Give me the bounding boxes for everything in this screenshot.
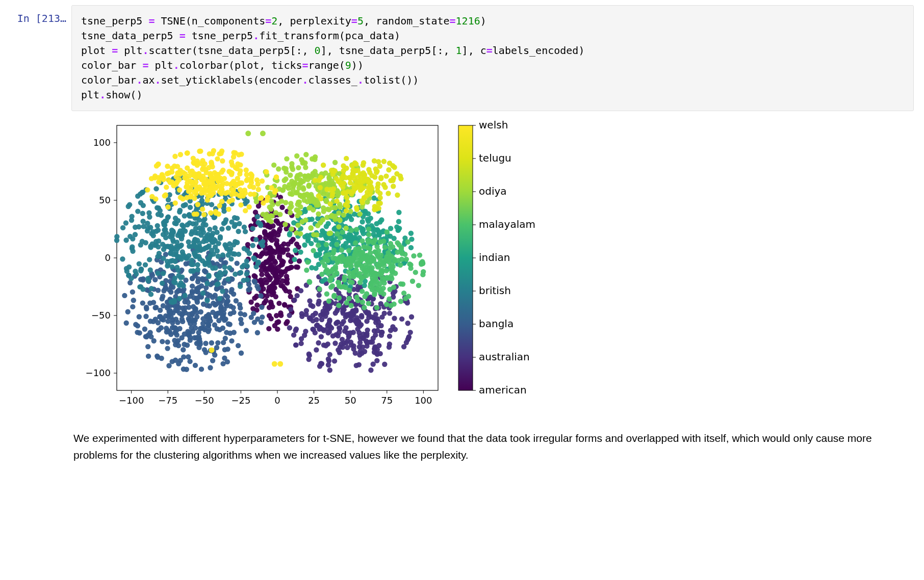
svg-point-1892 bbox=[382, 245, 388, 250]
svg-point-829 bbox=[147, 330, 152, 335]
svg-point-2183 bbox=[271, 163, 276, 168]
svg-point-2312 bbox=[378, 175, 383, 180]
svg-point-2352 bbox=[361, 160, 366, 165]
svg-point-2344 bbox=[331, 168, 337, 173]
svg-point-2646 bbox=[174, 179, 179, 184]
svg-point-824 bbox=[251, 311, 256, 316]
svg-point-437 bbox=[359, 313, 364, 318]
svg-point-475 bbox=[327, 352, 332, 357]
code-block[interactable]: tsne_perp5 = TSNE(n_components=2, perple… bbox=[81, 14, 904, 102]
svg-point-2325 bbox=[331, 187, 336, 192]
svg-point-2576 bbox=[149, 194, 155, 199]
svg-point-2241 bbox=[329, 214, 335, 219]
svg-point-328 bbox=[405, 321, 410, 326]
svg-point-564 bbox=[370, 339, 375, 345]
svg-point-482 bbox=[379, 314, 384, 320]
svg-point-985 bbox=[218, 311, 223, 316]
svg-point-2229 bbox=[276, 166, 281, 171]
svg-point-2255 bbox=[326, 207, 331, 212]
svg-point-1299 bbox=[183, 228, 188, 233]
svg-point-2320 bbox=[334, 198, 339, 203]
svg-text:bangla: bangla bbox=[479, 318, 514, 330]
svg-point-2551 bbox=[246, 204, 251, 209]
svg-point-1931 bbox=[354, 295, 359, 300]
svg-point-973 bbox=[252, 278, 257, 283]
svg-point-1269 bbox=[250, 243, 255, 248]
code-input-area[interactable]: tsne_perp5 = TSNE(n_components=2, perple… bbox=[71, 5, 914, 111]
svg-point-993 bbox=[181, 347, 186, 352]
svg-point-2112 bbox=[284, 156, 289, 161]
svg-point-912 bbox=[140, 300, 145, 305]
svg-point-2283 bbox=[375, 181, 380, 187]
svg-point-2044 bbox=[325, 215, 330, 220]
svg-point-2587 bbox=[229, 163, 235, 168]
svg-point-1401 bbox=[156, 239, 161, 244]
svg-point-2150 bbox=[306, 183, 312, 188]
svg-point-1955 bbox=[322, 263, 327, 268]
svg-point-1641 bbox=[396, 210, 401, 215]
svg-point-1298 bbox=[161, 222, 166, 227]
tsne-scatter-plot: −100−75−50−250255075100 −100−50050100 we… bbox=[73, 120, 558, 416]
svg-point-1307 bbox=[244, 199, 249, 204]
svg-text:75: 75 bbox=[381, 395, 393, 406]
svg-point-2230 bbox=[305, 177, 310, 182]
svg-point-2368 bbox=[376, 159, 381, 164]
svg-point-1896 bbox=[384, 229, 390, 234]
svg-point-533 bbox=[349, 312, 354, 318]
svg-point-1284 bbox=[186, 240, 191, 245]
svg-point-872 bbox=[235, 260, 240, 266]
svg-point-1947 bbox=[372, 273, 377, 278]
svg-point-2605 bbox=[243, 191, 248, 196]
svg-point-2609 bbox=[219, 170, 224, 175]
svg-point-468 bbox=[345, 345, 350, 350]
svg-point-1733 bbox=[413, 270, 418, 275]
svg-point-2340 bbox=[381, 159, 387, 164]
svg-text:−75: −75 bbox=[158, 395, 177, 406]
svg-point-321 bbox=[319, 334, 324, 339]
svg-point-1998 bbox=[357, 280, 363, 285]
svg-point-2653 bbox=[183, 171, 188, 176]
svg-point-1965 bbox=[347, 274, 352, 279]
svg-point-1396 bbox=[258, 221, 263, 226]
svg-point-2478 bbox=[254, 177, 260, 182]
svg-point-223 bbox=[254, 302, 260, 307]
svg-point-301 bbox=[292, 298, 297, 303]
svg-point-2357 bbox=[369, 173, 374, 178]
svg-point-1389 bbox=[223, 270, 228, 275]
svg-point-2177 bbox=[295, 173, 300, 178]
svg-point-2631 bbox=[210, 164, 215, 169]
svg-point-1907 bbox=[381, 263, 387, 268]
svg-point-553 bbox=[388, 328, 393, 333]
svg-point-2470 bbox=[165, 164, 170, 169]
svg-point-233 bbox=[284, 274, 289, 279]
svg-point-1939 bbox=[370, 287, 375, 292]
code-cell: In [213… tsne_perp5 = TSNE(n_components=… bbox=[10, 5, 914, 111]
svg-point-1374 bbox=[179, 275, 185, 280]
svg-point-1406 bbox=[207, 227, 212, 232]
svg-point-307 bbox=[382, 362, 387, 367]
svg-point-199 bbox=[266, 326, 271, 331]
svg-point-1923 bbox=[354, 260, 359, 266]
svg-point-64 bbox=[248, 300, 253, 305]
svg-point-2029 bbox=[289, 226, 294, 231]
svg-point-2363 bbox=[352, 161, 357, 166]
svg-point-2167 bbox=[290, 167, 295, 172]
svg-point-1732 bbox=[374, 305, 379, 310]
svg-point-1863 bbox=[401, 291, 406, 296]
svg-point-901 bbox=[160, 296, 165, 301]
svg-point-984 bbox=[195, 286, 200, 291]
svg-point-1028 bbox=[148, 292, 153, 297]
svg-point-1143 bbox=[228, 256, 234, 261]
svg-point-383 bbox=[406, 334, 412, 339]
svg-point-745 bbox=[165, 346, 170, 351]
svg-text:−50: −50 bbox=[195, 395, 214, 406]
svg-point-967 bbox=[204, 303, 210, 308]
svg-point-1630 bbox=[395, 228, 400, 233]
svg-point-2388 bbox=[350, 171, 355, 176]
svg-point-531 bbox=[335, 320, 340, 325]
svg-point-1654 bbox=[309, 241, 314, 246]
svg-point-2334 bbox=[344, 195, 349, 200]
svg-point-2371 bbox=[378, 201, 383, 206]
svg-point-2529 bbox=[185, 150, 190, 155]
svg-point-2000 bbox=[360, 288, 365, 294]
